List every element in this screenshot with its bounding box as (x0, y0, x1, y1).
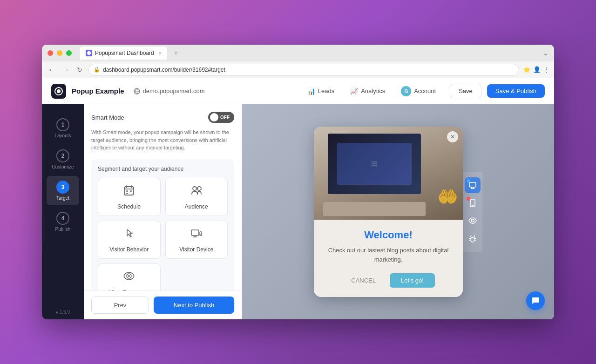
main-layout: 1 Layouts 2 Customize 3 Target 4 Publish… (42, 104, 554, 319)
tab-menu-icon[interactable]: ⌄ (543, 49, 549, 57)
desktop-view-btn[interactable] (465, 177, 481, 193)
step-4-publish[interactable]: 4 Publish (47, 207, 79, 236)
segment-title: Segment and target your audience (98, 166, 228, 172)
toolbar-actions: ⭐ 👤 ⋮ (523, 66, 549, 73)
minimize-dot[interactable] (57, 50, 62, 56)
next-publish-button[interactable]: Next to Publish (154, 297, 234, 314)
site-url-text: demo.popupsmart.com (143, 88, 205, 94)
back-btn[interactable]: ← (47, 65, 57, 75)
popup-image: ≡ 🤲 (314, 127, 463, 220)
forward-btn[interactable]: → (61, 65, 71, 75)
app-logo (51, 84, 66, 99)
svg-point-13 (197, 187, 201, 190)
step-3-label: Target (56, 195, 69, 201)
panel: Smart Mode OFF With Smart mode, your pop… (84, 104, 242, 319)
segment-card-visitor-behavior[interactable]: Visitor Behavior (98, 221, 161, 259)
segment-card-visitor-device[interactable]: Visitor Device (165, 221, 228, 259)
chat-fab-btn[interactable] (526, 291, 545, 310)
tab-title: Popupsmart Dashboard (95, 50, 154, 56)
step-4-label: Publish (55, 227, 71, 232)
popup-cta-btn[interactable]: Let's go! (390, 273, 435, 288)
nav-analytics[interactable]: 📈 Analytics (344, 85, 392, 98)
leads-label: Leads (318, 88, 334, 94)
reload-btn[interactable]: ↻ (74, 65, 85, 75)
schedule-icon (122, 184, 135, 200)
step-2-circle: 2 (56, 149, 69, 162)
smart-mode-row: Smart Mode OFF (91, 112, 234, 123)
steps-sidebar: 1 Layouts 2 Customize 3 Target 4 Publish… (42, 104, 84, 319)
lock-icon: 🔒 (94, 67, 100, 73)
step-1-label: Layouts (54, 133, 71, 138)
step-2-customize[interactable]: 2 Customize (47, 145, 79, 174)
analytics-icon: 📈 (350, 88, 358, 95)
popup-title: Welcome! (323, 229, 454, 241)
popup-cancel-btn[interactable]: CANCEL (342, 273, 385, 288)
view-frequency-icon (122, 270, 135, 285)
save-button[interactable]: Save (450, 84, 481, 98)
toggle-text: OFF (220, 115, 230, 120)
desktop-active-dot (467, 179, 470, 183)
visitor-behavior-label: Visitor Behavior (109, 246, 149, 253)
popup-actions: CANCEL Let's go! (323, 273, 454, 288)
visitor-device-icon (190, 227, 203, 243)
more-icon[interactable]: ⋮ (543, 66, 549, 73)
app-header: Popup Example demo.popupsmart.com 📊 Lead… (42, 78, 554, 104)
nav-leads[interactable]: 📊 Leads (301, 85, 341, 98)
popup-close-btn[interactable]: ✕ (447, 131, 458, 142)
svg-point-2 (57, 89, 61, 93)
site-url: demo.popupsmart.com (134, 88, 205, 94)
address-bar[interactable]: 🔒 dashboard.popupsmart.com/builder/31692… (88, 64, 519, 76)
segment-card-audience[interactable]: Audience (165, 178, 228, 216)
step-1-layouts[interactable]: 1 Layouts (47, 114, 79, 143)
preview-btn[interactable] (465, 213, 481, 229)
toggle-knob (210, 113, 218, 121)
segment-card-schedule[interactable]: Schedule (98, 178, 161, 216)
audience-label: Audience (185, 203, 208, 210)
mobile-view-btn[interactable] (465, 195, 481, 211)
svg-rect-14 (191, 230, 199, 236)
prev-button[interactable]: Prev (91, 297, 149, 314)
step-4-circle: 4 (56, 212, 69, 225)
svg-rect-5 (124, 187, 134, 195)
step-3-target[interactable]: 3 Target (47, 176, 79, 205)
leads-icon: 📊 (307, 88, 315, 95)
svg-rect-10 (130, 190, 132, 192)
svg-point-20 (128, 275, 130, 277)
app-title: Popup Example (72, 87, 124, 95)
account-label: Account (414, 88, 436, 94)
tab-favicon (86, 50, 92, 56)
segment-card-view-frequency[interactable]: View Frequency (98, 263, 161, 291)
step-3-circle: 3 (56, 181, 69, 194)
preview-area: ✕ ≡ 🤲 Welcome! (242, 104, 554, 319)
version-label: v 1.5.9 (56, 310, 70, 315)
step-1-circle: 1 (56, 118, 69, 131)
visitor-device-label: Visitor Device (179, 246, 213, 253)
smart-mode-toggle[interactable]: OFF (208, 112, 234, 123)
svg-point-12 (193, 187, 196, 190)
popup-desc: Check out our lastest blog posts about d… (323, 246, 454, 264)
new-tab-btn[interactable]: + (174, 49, 178, 57)
svg-line-30 (474, 238, 476, 239)
popup-preview-card: ✕ ≡ 🤲 Welcome! (314, 127, 463, 297)
right-toolbar (463, 172, 482, 252)
tab-close-btn[interactable]: × (159, 50, 162, 56)
svg-rect-21 (469, 182, 476, 187)
maximize-dot[interactable] (66, 50, 72, 56)
browser-tab[interactable]: Popupsmart Dashboard × (80, 47, 167, 60)
nav-account[interactable]: B Account (394, 83, 442, 99)
svg-point-27 (471, 219, 474, 222)
step-2-label: Customize (52, 164, 74, 169)
segment-grid: Schedule (98, 178, 228, 291)
debug-btn[interactable] (465, 230, 481, 246)
svg-rect-9 (126, 190, 128, 192)
save-publish-button[interactable]: Save & Publish (487, 84, 545, 98)
visitor-behavior-icon (122, 227, 135, 243)
svg-point-0 (87, 51, 91, 55)
close-dot[interactable] (47, 50, 53, 56)
popup-body: Welcome! Check out our lastest blog post… (314, 220, 463, 297)
svg-rect-11 (126, 193, 128, 194)
account-avatar: B (401, 86, 411, 96)
profile-icon[interactable]: 👤 (533, 66, 541, 73)
mobile-dot (467, 197, 470, 201)
extensions-icon[interactable]: ⭐ (523, 66, 530, 73)
